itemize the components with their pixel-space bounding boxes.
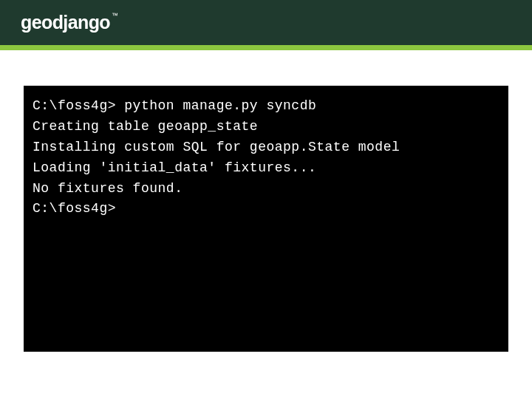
header-bar: geodjango™ (0, 0, 532, 50)
terminal-line: Installing custom SQL for geoapp.State m… (33, 137, 499, 158)
terminal-line: No fixtures found. (33, 179, 499, 200)
terminal-line: Loading 'initial_data' fixtures... (33, 158, 499, 179)
trademark-icon: ™ (112, 12, 117, 19)
terminal-line: Creating table geoapp_state (33, 117, 499, 137)
logo: geodjango™ (21, 12, 117, 33)
logo-text: geodjango (21, 12, 110, 33)
terminal-window: C:\foss4g> python manage.py syncdb Creat… (24, 86, 508, 352)
terminal-line: C:\foss4g> python manage.py syncdb (33, 96, 499, 117)
terminal-line: C:\foss4g> (33, 199, 499, 219)
